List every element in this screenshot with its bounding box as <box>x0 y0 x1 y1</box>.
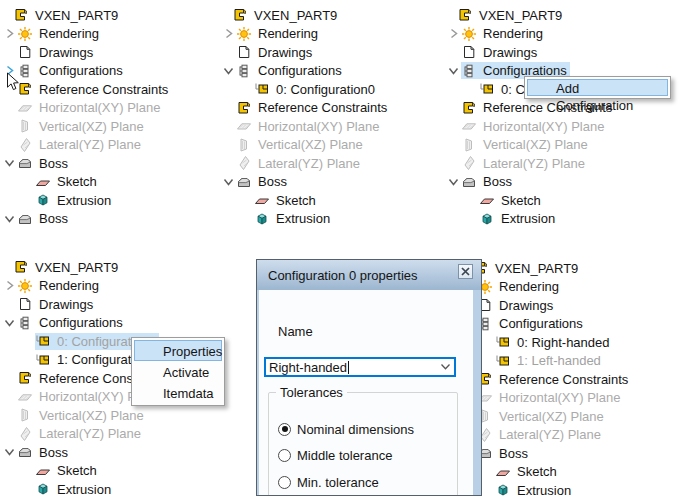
radio-min-tolerance[interactable]: Min. tolerance <box>278 474 379 490</box>
config-item-icon <box>254 81 270 97</box>
tree-item-horizontal-xy-plane[interactable]: Horizontal(XY) Plane <box>462 389 631 408</box>
configuration-name-combobox[interactable]: Right-handed <box>264 357 456 377</box>
tree-item-extrusion[interactable]: Extrusion <box>446 210 615 229</box>
chevron-down-icon[interactable] <box>221 174 236 190</box>
tree-item-drawings[interactable]: Drawings <box>462 296 631 315</box>
tree-item-reference-constraints[interactable]: Reference Constraints <box>2 80 171 99</box>
menu-item-add-configuration[interactable]: Add Configuration <box>527 79 668 96</box>
row-content: Rendering <box>477 278 562 295</box>
tree-item-boss[interactable]: Boss <box>2 154 171 173</box>
chevron-right-icon[interactable] <box>221 26 236 42</box>
row-content: Drawings <box>17 44 96 61</box>
indent-spacer <box>2 426 17 442</box>
tree-item-1-left-handed[interactable]: 1: Left-handed <box>462 352 631 371</box>
tree-item-lateral-yz-plane[interactable]: Lateral(YZ) Plane <box>446 154 615 173</box>
tree-item-rendering[interactable]: Rendering <box>2 25 171 44</box>
tree-item-rendering[interactable]: Rendering <box>462 278 631 297</box>
tree-item-sketch[interactable]: Sketch <box>446 191 615 210</box>
tree-item-extrusion[interactable]: Extrusion <box>2 480 171 496</box>
chevron-down-icon[interactable] <box>2 211 17 227</box>
tree-item-lateral-yz-plane[interactable]: Lateral(YZ) Plane <box>221 154 390 173</box>
tree-item-vertical-xz-plane[interactable]: Vertical(XZ) Plane <box>446 136 615 155</box>
tree-item-sketch[interactable]: Sketch <box>221 191 390 210</box>
tree-item-drawings[interactable]: Drawings <box>2 43 171 62</box>
chevron-down-icon[interactable] <box>446 63 461 79</box>
tree-item-vxen-part9[interactable]: VXEN_PART9 <box>2 6 171 25</box>
chevron-down-icon[interactable] <box>2 155 17 171</box>
tree-item-boss[interactable]: Boss <box>2 443 171 462</box>
tree-item-boss[interactable]: Boss <box>2 210 171 229</box>
tree-item-configurations[interactable]: Configurations <box>221 62 390 81</box>
config-item-icon <box>35 352 51 368</box>
dialog-close-button[interactable] <box>458 264 473 279</box>
plane-l-icon <box>17 426 33 442</box>
tree-item-horizontal-xy-plane[interactable]: Horizontal(XY) Plane <box>221 117 390 136</box>
tree-item-label: Horizontal(XY) Plane <box>36 99 163 116</box>
tree-item-reference-constraints[interactable]: Reference Constraints <box>221 99 390 118</box>
row-content: Lateral(YZ) Plane <box>461 155 588 172</box>
tree-item-vertical-xz-plane[interactable]: Vertical(XZ) Plane <box>221 136 390 155</box>
part-icon <box>13 7 29 23</box>
tree-item-vxen-part9[interactable]: VXEN_PART9 <box>221 6 390 25</box>
tree-item-horizontal-xy-plane[interactable]: Horizontal(XY) Plane <box>446 117 615 136</box>
tree-item-boss[interactable]: Boss <box>221 173 390 192</box>
tree-item-extrusion[interactable]: Extrusion <box>462 481 631 496</box>
tree-item-boss[interactable]: Boss <box>462 444 631 463</box>
radio-button-icon <box>278 423 291 436</box>
indent-spacer <box>2 100 17 116</box>
chevron-right-icon[interactable] <box>2 278 17 294</box>
tree-item-reference-constraints[interactable]: Reference Constraints <box>462 370 631 389</box>
menu-item-itemdata[interactable]: Itemdata <box>134 382 222 403</box>
tree-item-lateral-yz-plane[interactable]: Lateral(YZ) Plane <box>462 426 631 445</box>
tree-item-label: 0: Configuration0 <box>273 81 378 98</box>
tree-item-boss[interactable]: Boss <box>446 173 615 192</box>
menu-item-properties[interactable]: Properties <box>134 340 222 361</box>
tree-item-vxen-part9[interactable]: VXEN_PART9 <box>446 6 615 25</box>
dialog-title-bar[interactable]: Configuration 0 properties <box>257 260 481 290</box>
row-content: Configurations <box>477 315 586 332</box>
combobox-dropdown-button[interactable] <box>436 363 454 371</box>
tree-item-extrusion[interactable]: Extrusion <box>2 191 171 210</box>
menu-item-activate[interactable]: Activate <box>134 361 222 382</box>
tree-item-vxen-part9[interactable]: VXEN_PART9 <box>2 258 171 277</box>
tree-item-vxen-part9[interactable]: VXEN_PART9 <box>462 259 631 278</box>
radio-middle-tolerance[interactable]: Middle tolerance <box>278 447 392 463</box>
radio-nominal-dimensions[interactable]: Nominal dimensions <box>278 421 414 437</box>
tree-item-configurations[interactable]: Configurations <box>2 314 171 333</box>
tree-item-drawings[interactable]: Drawings <box>221 43 390 62</box>
tree-item-rendering[interactable]: Rendering <box>446 25 615 44</box>
dialog-body: Name Right-handed Tolerances Nominal dim… <box>259 290 473 495</box>
tree-item-sketch[interactable]: Sketch <box>2 173 171 192</box>
plane-v-icon <box>461 137 477 153</box>
chevron-down-icon[interactable] <box>446 174 461 190</box>
tree-item-vertical-xz-plane[interactable]: Vertical(XZ) Plane <box>2 406 171 425</box>
tree-item-sketch[interactable]: Sketch <box>2 462 171 481</box>
tree-item-drawings[interactable]: Drawings <box>2 295 171 314</box>
tree-item-0-right-handed[interactable]: 0: Right-handed <box>462 333 631 352</box>
chevron-right-icon[interactable] <box>446 26 461 42</box>
row-content: Extrusion <box>254 210 333 227</box>
tree-item-rendering[interactable]: Rendering <box>2 277 171 296</box>
tree-item-horizontal-xy-plane[interactable]: Horizontal(XY) Plane <box>2 99 171 118</box>
tree-item-sketch[interactable]: Sketch <box>462 463 631 482</box>
tree-item-label: Boss <box>255 173 290 190</box>
boss-icon <box>17 211 33 227</box>
chevron-down-icon[interactable] <box>2 444 17 460</box>
tree-item-drawings[interactable]: Drawings <box>446 43 615 62</box>
tree-item-0-configuration0[interactable]: 0: Configuration0 <box>221 80 390 99</box>
tree-item-configurations[interactable]: Configurations <box>2 62 171 81</box>
tree-item-vertical-xz-plane[interactable]: Vertical(XZ) Plane <box>2 117 171 136</box>
combobox-value: Right-handed <box>269 360 347 375</box>
tree-item-vertical-xz-plane[interactable]: Vertical(XZ) Plane <box>462 407 631 426</box>
extrusion-icon <box>254 211 270 227</box>
tree-item-lateral-yz-plane[interactable]: Lateral(YZ) Plane <box>2 136 171 155</box>
tree-item-rendering[interactable]: Rendering <box>221 25 390 44</box>
indent-spacer <box>446 211 461 227</box>
tree-item-configurations[interactable]: Configurations <box>462 315 631 334</box>
tree-item-extrusion[interactable]: Extrusion <box>221 210 390 229</box>
tree-item-lateral-yz-plane[interactable]: Lateral(YZ) Plane <box>2 425 171 444</box>
chevron-down-icon[interactable] <box>221 63 236 79</box>
drawings-icon <box>461 44 477 60</box>
chevron-down-icon[interactable] <box>2 315 17 331</box>
chevron-right-icon[interactable] <box>2 26 17 42</box>
